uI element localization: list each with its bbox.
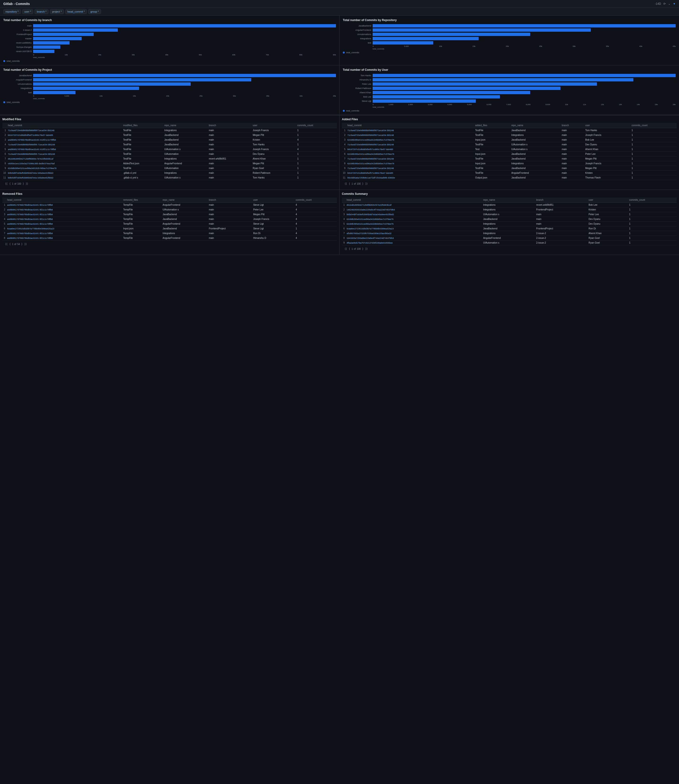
commit-link[interactable]: bbfe5d6f7a59ef53b85b9d7e0a 049a9ee91f6bd… <box>8 177 53 179</box>
modified-files-cell: TestFile <box>122 166 163 171</box>
head-commit-cell: 62cb8b395e0101ced96a341b9bb85ec7c378ee76 <box>346 138 474 142</box>
commit-link[interactable]: b9167207c01d8dd0d5ef571c880c78e47 da9485 <box>347 172 393 174</box>
row-number: 2 <box>342 207 346 212</box>
bar-fill <box>372 82 597 86</box>
row-number: 10 <box>342 171 346 176</box>
filter-project[interactable]: project * <box>50 9 64 14</box>
filter-icon[interactable]: ▼ <box>673 2 676 5</box>
first-page-btn[interactable]: ⟨⟨ <box>5 182 8 186</box>
expand-icon[interactable]: ⌄ <box>668 2 671 5</box>
commit-link[interactable]: 71c9a4d720e9d889bbf9866f9571eca034 0b524… <box>347 129 394 132</box>
branch-cell: main <box>535 217 588 221</box>
next-page-btn[interactable]: ⟩ <box>362 182 364 186</box>
prev-page-btn[interactable]: ⟨ <box>9 182 11 186</box>
commit-link[interactable]: 71c9a4d720e9d889bbf9866f95 71eca034 0b52… <box>8 153 55 155</box>
commit-link[interactable]: a4d9b9517d786b78bdb5ac02c81 9f21c1c78ffb… <box>7 213 53 216</box>
bar-label: main <box>10 25 32 27</box>
commit-link[interactable]: 5caa6ec2723515d5d3b7a779bb8b4399ea425a23 <box>7 227 54 230</box>
commit-link[interactable]: 62cb8b395e0101ced96a3451b2b b85ec7c378ee… <box>8 167 56 169</box>
commits-count-cell: 4 <box>295 212 337 217</box>
user-cell: Joseph Francis <box>252 128 296 133</box>
reload-icon[interactable]: ⟳ <box>663 2 666 5</box>
commits-count-cell: 1 <box>631 147 677 152</box>
repo-name-cell: UIAutomation s <box>163 176 208 180</box>
table-row: 7 71c9a4d720e9d889bbf9866f9571eca034 0b5… <box>342 157 677 161</box>
col-num <box>2 198 6 202</box>
prev-page-btn[interactable]: ⟨ <box>349 247 350 251</box>
commit-link[interactable]: 62cb8b395e0101ced96a341b9bb85ec7c378ee76 <box>347 153 394 155</box>
bar-container <box>33 50 336 53</box>
commit-link[interactable]: a4d9b9517d786b78bdb5ac02c81 9f21c1c78ffb… <box>7 218 53 220</box>
commit-link[interactable]: a4d9b9517d786b78bdb5ac02c81 9f21c1c78ffb… <box>7 237 53 239</box>
commit-link[interactable]: a4d9b9517d786b78bdb5ac02c81 810f21c1c78f… <box>8 139 56 141</box>
commit-link[interactable]: 71c9a4d720e9d889bbf9866f9571eca034 0b524… <box>347 158 394 160</box>
filter-branch[interactable]: branch * <box>34 9 48 14</box>
user-cell: Steve Ligt <box>252 202 295 207</box>
bar-fill <box>372 91 530 94</box>
repo-name-cell: AngularFrontend <box>510 171 561 176</box>
table-row: 3 a4d9b9517d786b78bdb5ac02c81 9f21c1c78f… <box>2 212 337 217</box>
bar-label: UIAutomations <box>350 33 371 36</box>
prev-page-btn[interactable]: ⟨ <box>349 182 350 186</box>
filter-group[interactable]: group * <box>88 9 101 14</box>
commit-link[interactable]: 1462482500033a9e2235ebc4f744a224d74637bf… <box>347 209 395 211</box>
commit-link[interactable]: a4d9b9517d786b78bdb5ac02c81 810f21c1c78f… <box>8 148 56 151</box>
next-page-btn[interactable]: ⟩ <box>362 247 364 251</box>
filter-user[interactable]: user * <box>22 9 33 14</box>
row-number: 3 <box>342 138 346 142</box>
bar-label: test <box>350 42 371 44</box>
repo-name-cell: JavaBackend <box>482 217 535 221</box>
commit-link[interactable]: 62cb8b395e0101ced96a341b9bb85ec7c378ee76 <box>347 223 393 225</box>
commit-link[interactable]: 62cb8b395e0101ced96a341b9bb85ec7c378ee76 <box>347 218 393 220</box>
commit-link[interactable]: 1641603a7293a9be223ebe4f744a224d74637bfc… <box>347 237 394 239</box>
commit-link[interactable]: bbfe5d6f7a59ef53b85b9d7e0a 049a9ee91f6bd… <box>8 172 53 174</box>
commit-link[interactable]: b9167207c01d8dd0df5ef71c880c78e57 da9485 <box>8 134 53 136</box>
commit-link[interactable]: 71c9a4d720e9d889bbf9866f9571eca034 0b524… <box>347 167 394 169</box>
col-head-commit: head_commit <box>346 198 482 202</box>
last-page-btn[interactable]: ⟩⟩ <box>365 247 368 251</box>
commit-link[interactable]: af5d807665a37320f67039a6389e103acd95a32 <box>347 232 391 235</box>
commit-link[interactable]: c6055e1ecc193e3a272086c36b ded9c574ea76a… <box>8 162 55 165</box>
commit-link[interactable]: 71c9a4d720e9d889bbf9866f95 71eca034 0b52… <box>8 143 55 146</box>
last-page-btn[interactable]: ⟩⟩ <box>365 182 368 186</box>
commit-link[interactable]: a4d9b9517d786b78bdb5ac02c81 9f21c1c78ffb… <box>7 209 53 211</box>
user-cell: Ron Di <box>252 231 295 236</box>
bar-label: Bob Lee <box>350 96 371 98</box>
first-page-btn[interactable]: ⟨⟨ <box>344 182 347 186</box>
repo-name-cell: JavaBackend <box>161 226 208 231</box>
table-header-row: head_commit modified_files repo_name bra… <box>2 123 337 128</box>
bar-row: Integrations <box>350 37 676 40</box>
commit-link[interactable]: 62cb8b395e0101ced96a341b9bb85ec7c378ee76 <box>347 162 394 165</box>
bar-container <box>372 74 676 77</box>
user-cell: Joseph Francis <box>252 147 296 152</box>
commit-link[interactable]: 4fba2a06d17ba767c92137d36f189a9e04456bee <box>347 242 393 244</box>
commit-link[interactable]: 62cb8b395e0101ced96a341b9bb85ec7c378ee76 <box>347 139 394 141</box>
branch-cell: main <box>561 152 584 157</box>
commit-link[interactable]: 5caa6ec2723515d5d3b7a779bb8b4399ea425a23 <box>347 227 394 230</box>
commit-link[interactable]: 71c9a4d720e9d889bbf9866f9571eca034 0b524… <box>8 129 55 132</box>
first-page-btn[interactable]: ⟨⟨ <box>344 247 347 251</box>
commit-link[interactable]: d616481895b92712b8f9b800c f47e22f0d43b1a… <box>8 158 53 160</box>
next-page-btn[interactable]: ⟩ <box>22 182 24 186</box>
table-row: 2 71c9a4d720e9d889bbf9866f9571eca034 0b5… <box>342 133 677 138</box>
bar-chart-branch: main 2-issue-2 FrontendProject <box>10 24 336 53</box>
commit-link[interactable]: 71c9a4d720e9d889bbf9866f9571eca034 0b524… <box>347 143 394 146</box>
commit-link[interactable]: 71c9a4d720e9d889bbf9866f9571eca034 0b524… <box>347 134 394 136</box>
commits-count-cell: 1 <box>296 133 337 138</box>
next-page-btn[interactable]: ⟩ <box>21 242 23 246</box>
last-page-btn[interactable]: ⟩⟩ <box>24 242 27 246</box>
commit-link[interactable]: b9167207c01d8dd0d5ef571c880c78e57 da9485 <box>347 148 393 151</box>
commit-link[interactable]: a4d9b9517d786b78bdb5ac02c81 9f21c1c78ffb… <box>7 232 53 235</box>
last-page-btn[interactable]: ⟩⟩ <box>25 182 29 186</box>
first-page-btn[interactable]: ⟨⟨ <box>5 242 8 246</box>
prev-page-btn[interactable]: ⟨ <box>9 242 11 246</box>
commit-link[interactable]: b5c0db5a6a7259b8c1ae72df71fc04ad989 4366… <box>347 177 395 179</box>
filter-head-commit[interactable]: head_commit * <box>65 9 87 14</box>
row-number: 11 <box>2 176 7 180</box>
commit-link[interactable]: bbfa544bf7a59ef53b85b9d7e0a049a9ee491fbb… <box>347 213 394 216</box>
commit-link[interactable]: a4d9b9517d786b78bdb5ac02c81 9f21c1c78ffb… <box>7 204 53 206</box>
commit-link[interactable]: a4d9b9517d786b78bdb5ac02c81 9f21c1c78ffb… <box>7 223 53 225</box>
repo-name-cell: Integrations <box>482 231 535 236</box>
commit-link[interactable]: d616481895b92712b8f9b800cf47e22f0d43b14f <box>347 204 391 206</box>
filter-repository[interactable]: repository * <box>3 9 21 14</box>
